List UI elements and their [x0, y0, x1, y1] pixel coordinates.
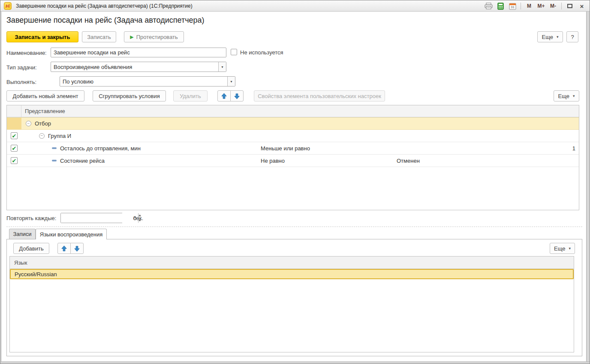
table-row-language[interactable]: Русский/Russian: [10, 269, 574, 279]
add-language-button[interactable]: Добавить: [13, 243, 49, 254]
app-window: 1С Завершение посадки на рейс (Задача ав…: [0, 0, 590, 364]
name-input[interactable]: [51, 48, 226, 57]
delete-button: Удалить: [173, 90, 208, 101]
collapse-icon[interactable]: −: [26, 121, 31, 126]
calendar-icon[interactable]: 31: [507, 1, 518, 11]
save-button[interactable]: Записать: [82, 31, 116, 42]
chevron-down-icon[interactable]: ▾: [218, 62, 226, 72]
conditions-table-header[interactable]: Представление: [7, 105, 579, 117]
not-used-label: Не используется: [240, 49, 283, 56]
table-row-filter-root[interactable]: − Отбор: [7, 117, 579, 130]
chevron-down-icon: ▾: [557, 35, 559, 39]
window-frame-bottom: [1, 361, 590, 364]
task-type-select[interactable]: Воспроизведение объявления ▾: [51, 62, 226, 72]
table-row-group-and[interactable]: ✔ − Группа И: [7, 130, 579, 142]
tab-playback-languages[interactable]: Языки воспроизведения: [36, 229, 107, 239]
arrow-down-icon: [234, 93, 240, 99]
move-up-button[interactable]: [217, 90, 231, 101]
titlebar-separator: [521, 3, 521, 9]
more-button-conditions[interactable]: Еще▾: [554, 90, 579, 101]
arrow-down-icon: [74, 245, 80, 252]
user-settings-properties-button: Свойства элемента пользовательских настр…: [254, 90, 385, 101]
repeat-spinner[interactable]: [60, 213, 123, 223]
language-move-up-button[interactable]: [57, 243, 71, 254]
more-button-top[interactable]: Еще▾: [537, 31, 563, 42]
help-button[interactable]: ?: [566, 31, 578, 42]
window-title: Завершение посадки на рейс (Задача автод…: [16, 3, 193, 9]
section-separator: [6, 227, 582, 227]
move-down-button[interactable]: [230, 90, 244, 101]
titlebar-buttons: 31 M M+ M- ×: [483, 0, 587, 12]
chevron-down-icon: ▾: [569, 246, 571, 251]
repeat-input[interactable]: [61, 213, 138, 223]
row-checkbox[interactable]: ✔: [11, 157, 18, 164]
more-button-languages[interactable]: Еще▾: [550, 243, 575, 254]
conditions-table: Представление − Отбор ✔ − Группа И: [6, 105, 579, 210]
close-button[interactable]: ×: [577, 1, 587, 11]
languages-table: Язык Русский/Russian: [9, 256, 574, 352]
task-type-label: Тип задачи:: [6, 64, 37, 71]
row-checkbox[interactable]: ✔: [11, 132, 18, 139]
check-icon: ✔: [12, 133, 17, 139]
filter-item-icon: [52, 160, 57, 161]
titlebar: 1С Завершение посадки на рейс (Задача ав…: [0, 0, 590, 12]
tab-records[interactable]: Записи: [9, 229, 36, 239]
calculator-icon[interactable]: [495, 1, 506, 11]
filter-item-icon: [52, 147, 57, 149]
execute-select[interactable]: По условию ▾: [60, 76, 235, 87]
m-plus-button[interactable]: M+: [536, 1, 546, 11]
chevron-down-icon[interactable]: ▾: [227, 77, 235, 86]
checkbox-column-header: [7, 105, 21, 117]
m-button[interactable]: M: [524, 1, 534, 11]
chevron-down-icon: ▾: [573, 94, 575, 98]
repeat-label: Повторять каждые:: [6, 215, 56, 221]
representation-column-header: Представление: [21, 108, 65, 114]
1c-logo-icon: 1С: [4, 2, 12, 10]
arrow-up-icon: [221, 93, 227, 99]
arrow-up-icon: [61, 245, 67, 252]
table-row-time-left[interactable]: ✔ Осталось до отправления, мин Меньше ил…: [7, 142, 579, 155]
language-column-header[interactable]: Язык: [10, 257, 574, 269]
execute-label: Выполнять:: [6, 79, 36, 85]
name-label: Наименование:: [6, 50, 47, 56]
save-and-close-button[interactable]: Записать и закрыть: [6, 31, 78, 42]
table-row-flight-state[interactable]: ✔ Состояние рейса Не равно Отменен: [7, 155, 579, 167]
row-checkbox[interactable]: ✔: [11, 145, 18, 152]
maximize-icon: [567, 4, 572, 8]
page-title: Завершение посадки на рейс (Задача автод…: [6, 16, 205, 25]
play-icon: ▶: [130, 34, 133, 40]
window-frame-right: [586, 12, 590, 361]
maximize-button[interactable]: [565, 1, 575, 11]
collapse-icon[interactable]: −: [39, 133, 45, 139]
group-conditions-button[interactable]: Сгруппировать условия: [93, 90, 166, 101]
svg-text:31: 31: [511, 5, 515, 9]
check-icon: ✔: [12, 146, 17, 151]
repeat-unit-label: сек.: [133, 215, 143, 221]
add-element-button[interactable]: Добавить новый элемент: [6, 90, 84, 101]
print-icon[interactable]: [483, 1, 494, 11]
test-button[interactable]: ▶ Протестировать: [124, 31, 184, 42]
not-used-checkbox[interactable]: [231, 49, 237, 55]
check-icon: ✔: [12, 158, 17, 164]
language-move-down-button[interactable]: [70, 243, 84, 254]
m-minus-button[interactable]: M-: [548, 1, 558, 11]
titlebar-separator: [561, 3, 562, 9]
